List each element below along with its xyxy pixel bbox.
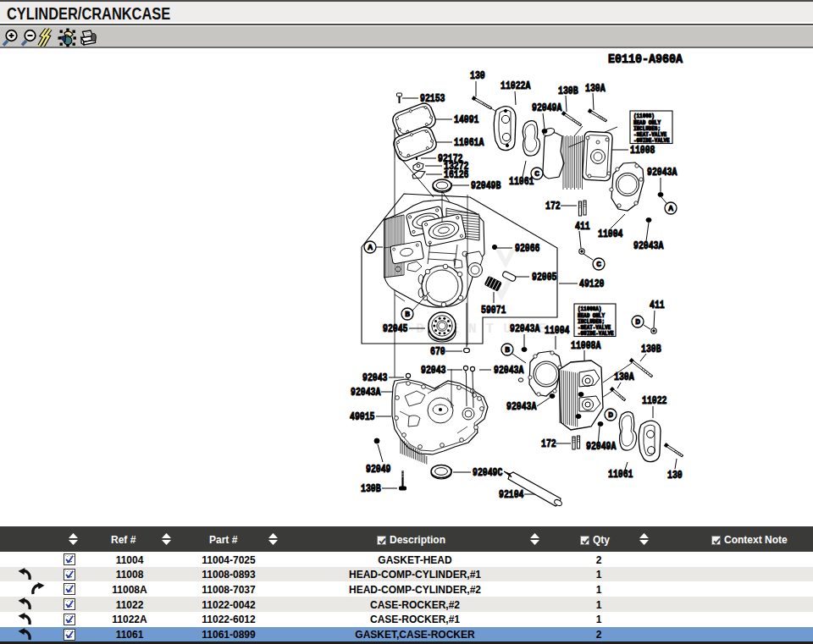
svg-text:11061: 11061 (608, 469, 633, 481)
svg-text:-GUIDE-VALVE: -GUIDE-VALVE (633, 138, 670, 144)
svg-text:11061: 11061 (509, 176, 534, 188)
svg-text:49015: 49015 (350, 411, 375, 423)
svg-text:-SEAT-VALVE: -SEAT-VALVE (633, 132, 666, 138)
svg-text:130: 130 (470, 70, 485, 82)
svg-text:11061A: 11061A (454, 137, 484, 149)
svg-text:92049: 92049 (366, 464, 391, 476)
svg-text:130A: 130A (585, 83, 606, 95)
svg-text:INCLUDES;: INCLUDES; (633, 126, 661, 132)
svg-text:11004: 11004 (545, 325, 570, 337)
svg-text:HEAD ONLY: HEAD ONLY (633, 120, 661, 126)
svg-text:92049A: 92049A (532, 102, 562, 114)
svg-text:49120: 49120 (579, 278, 605, 290)
svg-text:92043A: 92043A (633, 240, 664, 252)
svg-text:92104: 92104 (499, 489, 524, 501)
svg-text:D: D (635, 317, 640, 327)
svg-text:172: 172 (545, 201, 561, 212)
svg-text:130B: 130B (641, 344, 661, 355)
svg-text:11004: 11004 (598, 228, 623, 240)
svg-text:-GUIDE-VALVE: -GUIDE-VALVE (578, 331, 614, 337)
svg-text:59071: 59071 (481, 305, 506, 316)
svg-text:130B: 130B (361, 483, 381, 495)
svg-text:172: 172 (541, 438, 556, 450)
svg-text:D: D (608, 410, 613, 420)
svg-text:92043A: 92043A (510, 323, 540, 335)
svg-text:A: A (668, 204, 673, 213)
svg-text:(11008): (11008) (633, 113, 655, 119)
svg-text:C: C (534, 169, 539, 179)
svg-text:130: 130 (667, 470, 683, 482)
svg-text:11022A: 11022A (501, 80, 531, 92)
svg-text:-SEAT-VALVE: -SEAT-VALVE (578, 325, 611, 331)
svg-text:92043: 92043 (362, 372, 388, 384)
svg-text:(11008A): (11008A) (578, 306, 601, 312)
svg-text:11008A: 11008A (571, 340, 601, 352)
svg-text:C: C (596, 260, 601, 269)
svg-text:92066: 92066 (515, 243, 540, 255)
svg-text:E0110-A960A: E0110-A960A (608, 52, 683, 66)
svg-text:92043A: 92043A (647, 167, 678, 179)
svg-text:16126: 16126 (444, 169, 469, 181)
svg-text:92043: 92043 (421, 365, 446, 377)
svg-text:411: 411 (650, 300, 665, 311)
svg-text:130B: 130B (558, 85, 578, 97)
svg-text:HEAD ONLY: HEAD ONLY (578, 313, 605, 319)
svg-text:B: B (505, 345, 510, 355)
svg-text:92043A: 92043A (506, 401, 537, 413)
svg-text:92045: 92045 (383, 323, 408, 335)
svg-text:92049A: 92049A (586, 441, 617, 453)
svg-text:92049C: 92049C (473, 467, 502, 479)
svg-text:92005: 92005 (532, 272, 557, 283)
svg-text:92049B: 92049B (471, 180, 501, 192)
svg-text:B: B (405, 310, 410, 319)
svg-text:11022: 11022 (642, 395, 667, 407)
svg-text:A: A (368, 243, 373, 252)
svg-text:14091: 14091 (454, 114, 479, 126)
svg-text:92043A: 92043A (494, 365, 524, 377)
svg-text:670: 670 (430, 346, 445, 358)
svg-text:11008: 11008 (630, 145, 655, 157)
svg-text:INCLUDES;: INCLUDES; (578, 319, 605, 325)
svg-text:411: 411 (575, 221, 590, 233)
svg-text:92043A: 92043A (351, 387, 381, 399)
